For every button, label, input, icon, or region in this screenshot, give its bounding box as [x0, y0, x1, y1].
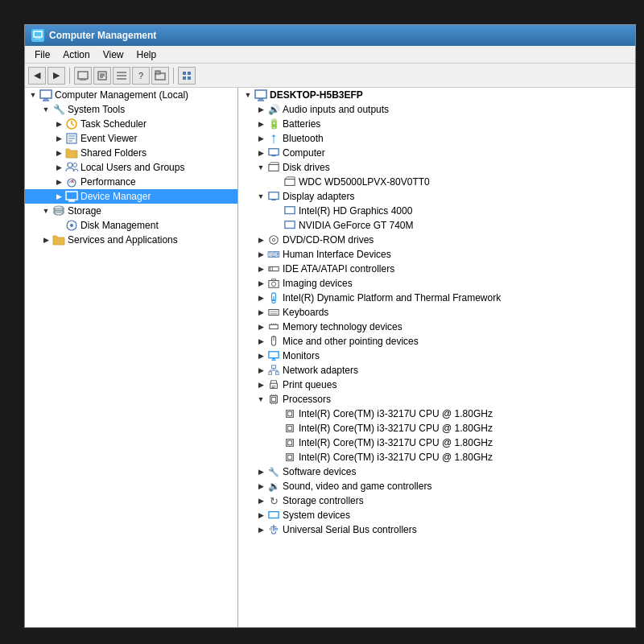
shared-folders-expand[interactable]: ▶: [52, 147, 65, 159]
device-dvd[interactable]: ▶ DVD/CD-ROM drives: [238, 233, 635, 247]
services-expand[interactable]: ▶: [39, 233, 52, 246]
device-software[interactable]: ▶ 🔧 Software devices: [238, 464, 635, 479]
audio-expand[interactable]: ▶: [254, 103, 267, 116]
intel-thermal-expand[interactable]: ▶: [254, 291, 267, 304]
root-expand[interactable]: ▼: [27, 89, 39, 101]
right-device-pane: ▼ DESKTOP-H5B3EFP ▶ 🔊 Audio inputs and o…: [238, 88, 635, 627]
root-icon: [39, 89, 52, 101]
device-processors[interactable]: ▼ Processors: [238, 392, 635, 407]
disk-drives-expand[interactable]: ▼: [254, 161, 267, 174]
tree-services-apps[interactable]: ▶ Services and Applications: [25, 233, 237, 247]
device-intel-thermal[interactable]: ▶ Intel(R) Dynamic Platform and Thermal …: [238, 291, 635, 305]
network-expand[interactable]: ▶: [254, 364, 267, 377]
sound-expand[interactable]: ▶: [254, 480, 267, 493]
device-nvidia[interactable]: ▶ NVIDIA GeForce GT 740M: [238, 218, 635, 233]
computer-expand[interactable]: ▶: [254, 147, 267, 159]
dvd-expand[interactable]: ▶: [254, 233, 267, 246]
device-keyboards[interactable]: ▶ Keyboards: [238, 305, 635, 320]
menu-view[interactable]: View: [97, 47, 130, 62]
device-print[interactable]: ▶ Print queues: [238, 378, 635, 392]
storage-ctrl-label: Storage controllers: [283, 495, 364, 506]
print-expand[interactable]: ▶: [254, 378, 267, 391]
device-cpu1[interactable]: ▶ Intel(R) Core(TM) i3-3217U CPU @ 1.80G…: [238, 407, 635, 421]
ide-expand[interactable]: ▶: [254, 262, 267, 275]
tree-task-scheduler[interactable]: ▶ Task Scheduler: [25, 117, 237, 131]
device-intel-hd[interactable]: ▶ Intel(R) HD Graphics 4000: [238, 204, 635, 218]
device-system[interactable]: ▶ System devices: [238, 508, 635, 522]
tree-device-manager[interactable]: ▶ Device Manager: [25, 189, 237, 204]
batteries-expand[interactable]: ▶: [254, 118, 267, 130]
tree-shared-folders[interactable]: ▶ Shared Folders: [25, 146, 237, 160]
svg-rect-14: [183, 72, 186, 75]
mice-expand[interactable]: ▶: [254, 335, 267, 348]
display-adapters-icon: [267, 190, 280, 203]
memory-expand[interactable]: ▶: [254, 320, 267, 333]
forward-button[interactable]: ▶: [47, 67, 65, 85]
tree-performance[interactable]: ▶ Performance: [25, 175, 237, 189]
device-hid[interactable]: ▶ ⌨ Human Interface Devices: [238, 247, 635, 262]
local-users-expand[interactable]: ▶: [52, 161, 65, 174]
storage-ctrl-expand[interactable]: ▶: [254, 494, 267, 507]
audio-icon: 🔊: [267, 103, 280, 116]
system-tools-expand[interactable]: ▼: [39, 103, 52, 116]
performance-icon: [65, 175, 78, 188]
tree-system-tools[interactable]: ▼ 🔧 System Tools: [25, 102, 237, 117]
device-computer[interactable]: ▶ Computer: [238, 146, 635, 160]
back-button[interactable]: ◀: [28, 67, 46, 85]
device-cpu2[interactable]: ▶ Intel(R) Core(TM) i3-3217U CPU @ 1.80G…: [238, 421, 635, 436]
list-view-button[interactable]: [113, 67, 130, 85]
event-viewer-expand[interactable]: ▶: [52, 132, 65, 145]
tree-storage[interactable]: ▼ Storage: [25, 204, 237, 218]
device-display-adapters[interactable]: ▼ Display adapters: [238, 189, 635, 204]
hid-expand[interactable]: ▶: [254, 248, 267, 261]
device-monitors[interactable]: ▶ Monitors: [238, 349, 635, 363]
snap-button[interactable]: [151, 67, 169, 85]
device-mice[interactable]: ▶ Mice and other pointing devices: [238, 334, 635, 349]
imaging-expand[interactable]: ▶: [254, 277, 267, 290]
task-scheduler-expand[interactable]: ▶: [52, 118, 65, 130]
usb-icon: [267, 523, 280, 536]
device-cpu3[interactable]: ▶ Intel(R) Core(TM) i3-3217U CPU @ 1.80G…: [238, 436, 635, 450]
device-cpu4[interactable]: ▶ Intel(R) Core(TM) i3-3217U CPU @ 1.80G…: [238, 450, 635, 464]
print-label: Print queues: [283, 379, 336, 390]
device-root[interactable]: ▼ DESKTOP-H5B3EFP: [238, 88, 635, 102]
disk-drives-icon: [267, 161, 280, 174]
storage-expand[interactable]: ▼: [39, 204, 52, 217]
software-expand[interactable]: ▶: [254, 465, 267, 478]
device-sound[interactable]: ▶ 🔉 Sound, video and game controllers: [238, 479, 635, 493]
processors-expand[interactable]: ▼: [254, 393, 267, 406]
tree-local-users[interactable]: ▶ Local Users and Groups: [25, 160, 237, 175]
menu-help[interactable]: Help: [130, 47, 163, 62]
tree-root[interactable]: ▼ Computer Management (Local): [25, 88, 237, 102]
bluetooth-expand[interactable]: ▶: [254, 132, 267, 145]
display-adapters-expand[interactable]: ▼: [254, 190, 267, 203]
device-root-expand[interactable]: ▼: [242, 89, 254, 101]
tree-event-viewer[interactable]: ▶ Event Viewer: [25, 131, 237, 146]
device-network[interactable]: ▶ Network adapters: [238, 363, 635, 378]
device-bluetooth[interactable]: ▶ ⭡ Bluetooth: [238, 131, 635, 146]
device-usb[interactable]: ▶ Universal Serial Bus controllers: [238, 522, 635, 537]
device-wdc[interactable]: ▶ WDC WD5000LPVX-80V0TT0: [238, 175, 635, 189]
device-manager-expand[interactable]: ▶: [52, 190, 65, 203]
extra-button[interactable]: [178, 67, 196, 85]
properties-button[interactable]: [93, 67, 111, 85]
device-memory[interactable]: ▶ Memory technology devices: [238, 320, 635, 334]
monitors-expand[interactable]: ▶: [254, 349, 267, 362]
tree-disk-management[interactable]: ▶ Disk Management: [25, 218, 237, 233]
cpu2-icon: [283, 422, 296, 435]
keyboards-expand[interactable]: ▶: [254, 306, 267, 319]
usb-expand[interactable]: ▶: [254, 523, 267, 536]
device-audio[interactable]: ▶ 🔊 Audio inputs and outputs: [238, 102, 635, 117]
device-batteries[interactable]: ▶ 🔋 Batteries: [238, 117, 635, 131]
main-content: ▼ Computer Management (Local) ▼ 🔧 System…: [25, 88, 635, 627]
menu-action[interactable]: Action: [56, 47, 96, 62]
device-storage-ctrl[interactable]: ▶ ↻ Storage controllers: [238, 493, 635, 508]
help-button[interactable]: ?: [132, 67, 150, 85]
show-console-button[interactable]: [74, 67, 92, 85]
device-disk-drives[interactable]: ▼ Disk drives: [238, 160, 635, 175]
system-expand[interactable]: ▶: [254, 509, 267, 522]
device-imaging[interactable]: ▶ Imaging devices: [238, 276, 635, 291]
menu-file[interactable]: File: [28, 47, 56, 62]
performance-expand[interactable]: ▶: [52, 175, 65, 188]
device-ide[interactable]: ▶ IDE ATA/ATAPI controllers: [238, 262, 635, 276]
